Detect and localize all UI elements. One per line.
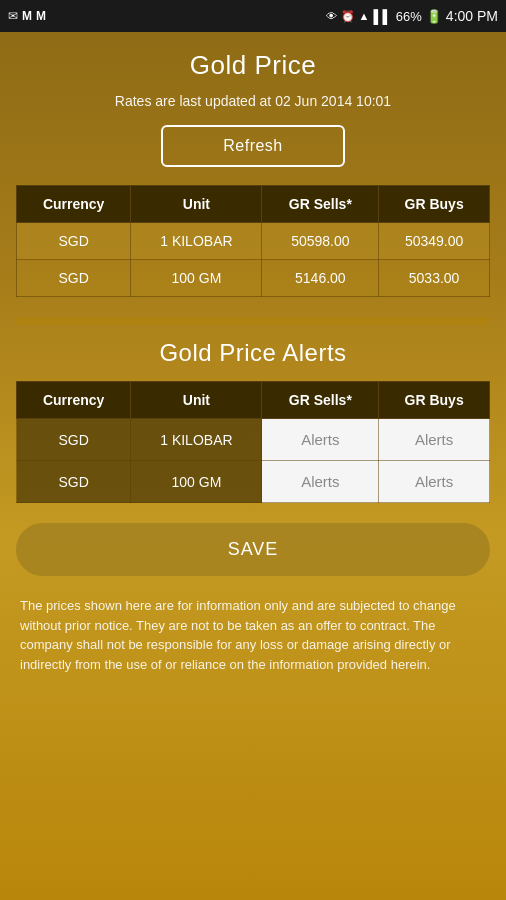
time-display: 4:00 PM xyxy=(446,8,498,24)
row1-gr-buys: 50349.00 xyxy=(379,223,490,260)
col-currency: Currency xyxy=(17,186,131,223)
alerts-table: Currency Unit GR Sells* GR Buys SGD 1 KI… xyxy=(16,381,490,503)
col-unit: Unit xyxy=(131,186,262,223)
alert-row2-gr-sells[interactable]: Alerts xyxy=(262,461,379,503)
row2-gr-buys: 5033.00 xyxy=(379,260,490,297)
alert-row2-unit: 100 GM xyxy=(131,461,262,503)
eye-icon: 👁 xyxy=(326,10,337,22)
refresh-btn-container: Refresh xyxy=(16,125,490,167)
row1-currency: SGD xyxy=(17,223,131,260)
alerts-col-currency: Currency xyxy=(17,382,131,419)
alert-row2-gr-buys[interactable]: Alerts xyxy=(379,461,490,503)
alerts-col-unit: Unit xyxy=(131,382,262,419)
gmail2-icon: M xyxy=(36,9,46,23)
alarm-icon: ⏰ xyxy=(341,10,355,23)
alerts-table-header-row: Currency Unit GR Sells* GR Buys xyxy=(17,382,490,419)
price-table: Currency Unit GR Sells* GR Buys SGD 1 KI… xyxy=(16,185,490,297)
alerts-col-gr-buys: GR Buys xyxy=(379,382,490,419)
table-row: SGD 100 GM 5146.00 5033.00 xyxy=(17,260,490,297)
wifi-icon: ▲ xyxy=(359,10,370,22)
status-icons-left: ✉ M M xyxy=(8,9,46,23)
disclaimer-text: The prices shown here are for informatio… xyxy=(16,596,490,674)
gmail-icon: M xyxy=(22,9,32,23)
table-row: SGD 1 KILOBAR 50598.00 50349.00 xyxy=(17,223,490,260)
alerts-section-title: Gold Price Alerts xyxy=(16,339,490,367)
page-title: Gold Price xyxy=(16,50,490,81)
col-gr-buys: GR Buys xyxy=(379,186,490,223)
alert-row1-gr-buys[interactable]: Alerts xyxy=(379,419,490,461)
save-btn-container: SAVE xyxy=(16,523,490,576)
section-divider xyxy=(16,317,490,325)
row2-gr-sells: 5146.00 xyxy=(262,260,379,297)
battery-icon: 🔋 xyxy=(426,9,442,24)
row2-unit: 100 GM xyxy=(131,260,262,297)
table-row: SGD 100 GM Alerts Alerts xyxy=(17,461,490,503)
table-row: SGD 1 KILOBAR Alerts Alerts xyxy=(17,419,490,461)
status-bar: ✉ M M 👁 ⏰ ▲ ▌▌ 66% 🔋 4:00 PM xyxy=(0,0,506,32)
row2-currency: SGD xyxy=(17,260,131,297)
row1-unit: 1 KILOBAR xyxy=(131,223,262,260)
alerts-col-gr-sells: GR Sells* xyxy=(262,382,379,419)
col-gr-sells: GR Sells* xyxy=(262,186,379,223)
update-timestamp: Rates are last updated at 02 Jun 2014 10… xyxy=(16,93,490,109)
battery-percent: 66% xyxy=(396,9,422,24)
row1-gr-sells: 50598.00 xyxy=(262,223,379,260)
alert-row1-unit: 1 KILOBAR xyxy=(131,419,262,461)
email-icon: ✉ xyxy=(8,9,18,23)
status-icons-right: 👁 ⏰ ▲ ▌▌ 66% 🔋 4:00 PM xyxy=(326,8,498,24)
main-content: Gold Price Rates are last updated at 02 … xyxy=(0,32,506,690)
alert-row1-currency: SGD xyxy=(17,419,131,461)
save-button[interactable]: SAVE xyxy=(16,523,490,576)
refresh-button[interactable]: Refresh xyxy=(161,125,345,167)
alert-row2-currency: SGD xyxy=(17,461,131,503)
signal-icon: ▌▌ xyxy=(373,9,391,24)
price-table-header-row: Currency Unit GR Sells* GR Buys xyxy=(17,186,490,223)
alert-row1-gr-sells[interactable]: Alerts xyxy=(262,419,379,461)
